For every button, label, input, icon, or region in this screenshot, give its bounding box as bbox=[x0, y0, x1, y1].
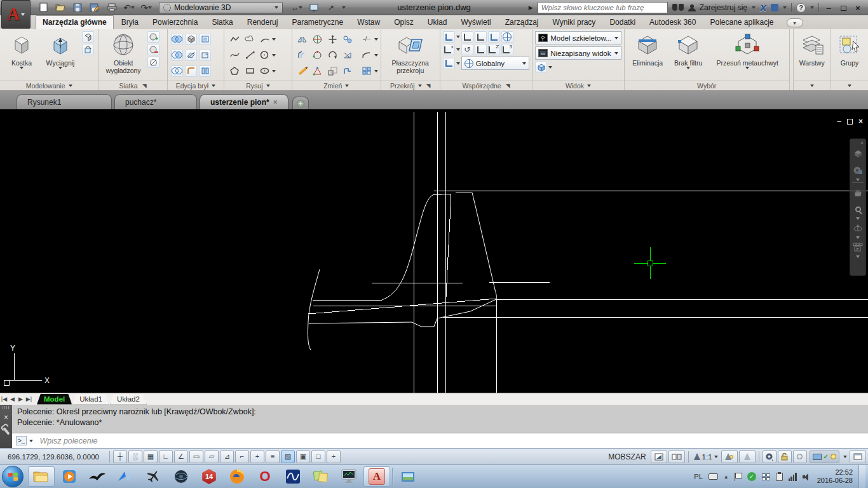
model-space-label[interactable]: MOBSZAR bbox=[608, 452, 646, 461]
taskbar-image-viewer-button[interactable] bbox=[395, 466, 421, 487]
ribbon-tab-parametryczne[interactable]: Parametryczne bbox=[285, 16, 349, 29]
panel-title-siatka[interactable]: Siatka◥ bbox=[98, 80, 167, 90]
zoom-button[interactable] bbox=[855, 201, 861, 217]
chevron-down-icon[interactable] bbox=[856, 179, 860, 181]
ribbon-tab-polecane-aplikacje[interactable]: Polecane aplikacje bbox=[703, 16, 780, 29]
ribbon-minimize-button[interactable]: ▾ bbox=[787, 18, 803, 27]
quick-view-layouts-button[interactable] bbox=[668, 451, 685, 463]
array-tool[interactable] bbox=[361, 65, 373, 77]
panel-title-przekroj[interactable]: Przekrój◥ bbox=[381, 80, 440, 90]
intersect-tool[interactable] bbox=[171, 65, 183, 77]
offset-tool[interactable] bbox=[296, 50, 308, 61]
dialog-launcher-icon[interactable]: ◥ bbox=[506, 83, 510, 89]
warstwy-button[interactable]: Warstwy bbox=[797, 31, 827, 68]
exchange-apps-icon[interactable]: X bbox=[760, 3, 766, 13]
autoscale-annotation-button[interactable] bbox=[739, 451, 756, 463]
command-grip-strip[interactable]: × bbox=[0, 405, 12, 448]
get-windows10-icon[interactable] bbox=[762, 473, 770, 480]
scale-tool[interactable] bbox=[327, 65, 339, 77]
application-menu-button[interactable]: A bbox=[1, 0, 31, 29]
taskbar-app-14-button[interactable]: 14 bbox=[196, 466, 222, 487]
drawing-viewport[interactable]: Y X – × × bbox=[0, 109, 868, 393]
isolate-objects-button[interactable] bbox=[793, 451, 807, 463]
ucs-3point-tool[interactable]: 3 bbox=[501, 44, 513, 55]
properties-tool[interactable] bbox=[342, 34, 354, 45]
status-tray[interactable]: ✓ bbox=[810, 451, 839, 463]
action-center-flag-icon[interactable] bbox=[735, 473, 742, 481]
chevron-down-icon[interactable] bbox=[29, 440, 33, 442]
dialog-launcher-icon[interactable]: ◥ bbox=[426, 83, 431, 89]
new-drawing-tab-button[interactable]: + bbox=[292, 97, 309, 109]
object-snap-tracking-toggle[interactable]: + bbox=[250, 451, 264, 463]
tray-clock[interactable]: 22:52 2016-06-28 bbox=[817, 468, 853, 485]
smooth-less-tool[interactable] bbox=[147, 44, 159, 55]
next-layout-button[interactable]: ▶ bbox=[17, 396, 25, 402]
smooth-more-tool[interactable]: + bbox=[147, 31, 159, 43]
ucs-world-axis-tool[interactable] bbox=[475, 31, 487, 43]
object-snap-3d-toggle[interactable]: ▱ bbox=[205, 451, 219, 463]
ellipse-tool[interactable] bbox=[259, 65, 271, 77]
rotate-tool[interactable] bbox=[327, 50, 339, 61]
doc-tab-usterzenie-pion[interactable]: usterzenie pion* × bbox=[200, 94, 288, 109]
command-history[interactable]: Polecenie: Określ przeciwny narożnik lub… bbox=[12, 405, 868, 433]
update-status-icon[interactable]: ✓ bbox=[747, 472, 756, 481]
chevron-down-icon[interactable] bbox=[272, 54, 276, 57]
viewcube-tool[interactable] bbox=[535, 62, 547, 73]
chevron-down-icon[interactable] bbox=[374, 38, 378, 41]
ucs-origin-tool[interactable] bbox=[475, 44, 487, 55]
clipboard-tray-icon[interactable] bbox=[776, 473, 783, 481]
solid-edit-tool[interactable] bbox=[185, 34, 197, 45]
panel-expand-warstwy[interactable] bbox=[794, 80, 831, 90]
line-tool[interactable] bbox=[244, 50, 256, 61]
layout-tab-model[interactable]: Model bbox=[37, 394, 72, 405]
polygon-tool[interactable] bbox=[229, 65, 241, 77]
taskbar-squares-app-button[interactable] bbox=[308, 466, 334, 487]
ribbon-tab-wyniki-pracy[interactable]: Wyniki pracy bbox=[546, 16, 602, 29]
fillet-tool[interactable] bbox=[361, 50, 373, 61]
clean-screen-button[interactable] bbox=[850, 451, 866, 463]
eliminacja-button[interactable]: Eliminacja bbox=[627, 31, 668, 68]
restore-button[interactable] bbox=[838, 4, 848, 12]
erase-tool[interactable] bbox=[296, 65, 308, 77]
start-button[interactable] bbox=[2, 466, 24, 487]
box-edit-tool[interactable] bbox=[199, 34, 211, 45]
chevron-down-icon[interactable] bbox=[783, 6, 787, 9]
ucs-globe-tool[interactable] bbox=[501, 31, 513, 43]
viewport-close-button[interactable]: × bbox=[858, 117, 863, 126]
taskbar-firefox-button[interactable] bbox=[224, 466, 250, 487]
panel-title-wybor[interactable]: Wybór bbox=[625, 80, 789, 90]
chevron-down-icon[interactable] bbox=[272, 38, 276, 41]
annotation-visibility-button[interactable] bbox=[721, 451, 738, 463]
ribbon-tab-dodatki[interactable]: Dodatki bbox=[603, 16, 642, 29]
chevron-down-icon[interactable] bbox=[148, 6, 152, 9]
keyboard-icon[interactable] bbox=[709, 473, 718, 480]
wyciagnij-button[interactable]: Wyciągnij bbox=[41, 31, 80, 71]
infocenter-collapse-icon[interactable]: ▶ bbox=[529, 4, 533, 11]
dialog-launcher-icon[interactable]: ◥ bbox=[142, 83, 147, 89]
layout-tab-uklad1[interactable]: Układ1 bbox=[72, 394, 109, 405]
signin-link[interactable]: Zarejestruj się bbox=[700, 3, 747, 12]
ucs-object-tool[interactable] bbox=[488, 31, 500, 43]
extract-edges-tool[interactable]: + bbox=[199, 50, 211, 61]
redo-button[interactable]: ↷ bbox=[140, 2, 153, 13]
ucs-z-tool[interactable]: Z bbox=[488, 44, 500, 55]
ucs-view-tool[interactable] bbox=[443, 58, 455, 69]
dimension-tool-button[interactable]: ↔ bbox=[290, 2, 303, 13]
move-tool[interactable] bbox=[327, 34, 339, 45]
ribbon-tab-narzedzia-glowne[interactable]: Narzędzia główne bbox=[36, 15, 114, 29]
mirror-3d-tool[interactable] bbox=[296, 34, 308, 45]
linetype-tool[interactable]: -/┄ bbox=[361, 34, 373, 45]
lock-ui-button[interactable] bbox=[778, 451, 792, 463]
panel-title-modelowanie[interactable]: Modelowanie bbox=[0, 80, 98, 90]
rectangle-tool[interactable] bbox=[244, 65, 256, 77]
viewport-minimize-button[interactable]: – bbox=[837, 117, 841, 126]
search-icon[interactable] bbox=[672, 4, 684, 11]
revision-cloud-tool[interactable] bbox=[244, 34, 256, 45]
pan-button[interactable] bbox=[853, 184, 863, 201]
viewport-restore-button[interactable] bbox=[847, 119, 853, 125]
taskbar-xflr-button[interactable] bbox=[280, 466, 306, 487]
tray-options-chevron-icon[interactable] bbox=[843, 456, 847, 458]
new-drawing-button[interactable] bbox=[37, 2, 50, 13]
ribbon-tab-bryla[interactable]: Bryła bbox=[115, 16, 145, 29]
panel-title-widok[interactable]: Widok bbox=[532, 80, 624, 90]
